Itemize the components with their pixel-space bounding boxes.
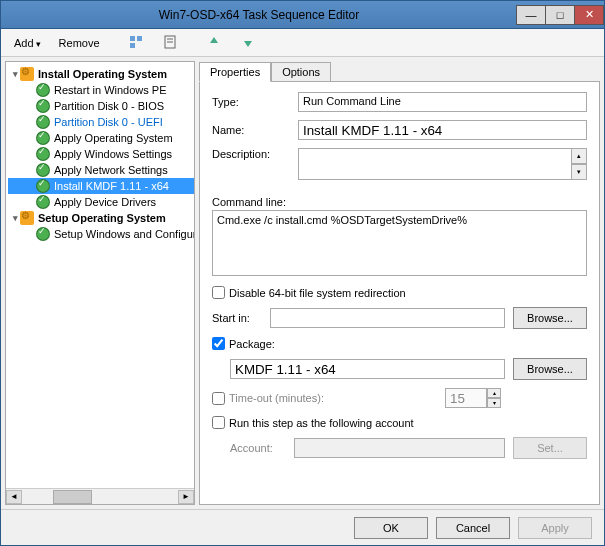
check-icon bbox=[36, 163, 50, 177]
tree-item[interactable]: Setup Windows and Configuration bbox=[8, 226, 194, 242]
group-icon bbox=[20, 211, 34, 225]
commandline-input[interactable]: Cmd.exe /c install.cmd %OSDTargetSystemD… bbox=[212, 210, 587, 276]
move-up-icon[interactable] bbox=[199, 31, 229, 55]
stepper-down-icon[interactable]: ▾ bbox=[487, 398, 501, 408]
scroll-up-icon[interactable]: ▴ bbox=[571, 148, 587, 164]
tree-item[interactable]: Restart in Windows PE bbox=[8, 82, 194, 98]
maximize-button[interactable]: □ bbox=[545, 5, 575, 25]
account-input bbox=[294, 438, 505, 458]
tree-item[interactable]: Partition Disk 0 - BIOS bbox=[8, 98, 194, 114]
tree-item[interactable]: Partition Disk 0 - UEFI bbox=[8, 114, 194, 130]
scroll-left-icon[interactable]: ◄ bbox=[6, 490, 22, 504]
check-icon bbox=[36, 131, 50, 145]
check-icon bbox=[36, 115, 50, 129]
timeout-input bbox=[445, 388, 487, 408]
toolbar: Add▾ Remove bbox=[1, 29, 604, 57]
tree-item[interactable]: Apply Device Drivers bbox=[8, 194, 194, 210]
check-icon bbox=[36, 179, 50, 193]
apply-button: Apply bbox=[518, 517, 592, 539]
package-input[interactable] bbox=[230, 359, 505, 379]
close-button[interactable]: ✕ bbox=[574, 5, 604, 25]
runas-checkbox[interactable] bbox=[212, 416, 225, 429]
tree-item[interactable]: Apply Windows Settings bbox=[8, 146, 194, 162]
account-label: Account: bbox=[230, 442, 286, 454]
name-label: Name: bbox=[212, 124, 290, 136]
scroll-down-icon[interactable]: ▾ bbox=[571, 164, 587, 180]
tree-item[interactable]: Apply Operating System bbox=[8, 130, 194, 146]
group-icon bbox=[20, 67, 34, 81]
task-tree-pane: ▾ Install Operating System Restart in Wi… bbox=[5, 61, 195, 505]
type-field: Run Command Line bbox=[298, 92, 587, 112]
check-icon bbox=[36, 195, 50, 209]
timeout-label: Time-out (minutes): bbox=[229, 392, 324, 404]
package-browse-button[interactable]: Browse... bbox=[513, 358, 587, 380]
dialog-buttons: OK Cancel Apply bbox=[1, 509, 604, 545]
move-down-icon[interactable] bbox=[233, 31, 263, 55]
tab-properties[interactable]: Properties bbox=[199, 62, 271, 82]
svg-rect-0 bbox=[130, 36, 135, 41]
set-button: Set... bbox=[513, 437, 587, 459]
tab-options[interactable]: Options bbox=[271, 62, 331, 82]
ok-button[interactable]: OK bbox=[354, 517, 428, 539]
collapse-icon[interactable]: ▾ bbox=[10, 213, 20, 223]
timeout-checkbox[interactable] bbox=[212, 392, 225, 405]
tree-item[interactable]: Apply Network Settings bbox=[8, 162, 194, 178]
startin-input[interactable] bbox=[270, 308, 505, 328]
startin-label: Start in: bbox=[212, 312, 262, 324]
check-icon bbox=[36, 83, 50, 97]
titlebar: Win7-OSD-x64 Task Sequence Editor — □ ✕ bbox=[1, 1, 604, 29]
minimize-button[interactable]: — bbox=[516, 5, 546, 25]
task-sequence-editor-window: Win7-OSD-x64 Task Sequence Editor — □ ✕ … bbox=[0, 0, 605, 546]
add-menu[interactable]: Add▾ bbox=[7, 34, 48, 52]
commandline-label: Command line: bbox=[212, 196, 587, 208]
scroll-thumb[interactable] bbox=[53, 490, 92, 504]
name-input[interactable] bbox=[298, 120, 587, 140]
horizontal-scrollbar[interactable]: ◄ ► bbox=[6, 488, 194, 504]
task-tree[interactable]: ▾ Install Operating System Restart in Wi… bbox=[6, 62, 194, 488]
startin-browse-button[interactable]: Browse... bbox=[513, 307, 587, 329]
tree-item-selected[interactable]: Install KMDF 1.11 - x64 bbox=[8, 178, 194, 194]
timeout-stepper[interactable]: ▴▾ bbox=[445, 388, 501, 408]
svg-rect-1 bbox=[137, 36, 142, 41]
package-label: Package: bbox=[229, 338, 275, 350]
tree-group-install-os[interactable]: ▾ Install Operating System bbox=[8, 66, 194, 82]
cancel-button[interactable]: Cancel bbox=[436, 517, 510, 539]
package-checkbox[interactable] bbox=[212, 337, 225, 350]
check-icon bbox=[36, 99, 50, 113]
description-label: Description: bbox=[212, 148, 290, 160]
tree-group-setup-os[interactable]: ▾ Setup Operating System bbox=[8, 210, 194, 226]
disable-64bit-checkbox[interactable] bbox=[212, 286, 225, 299]
stepper-up-icon[interactable]: ▴ bbox=[487, 388, 501, 398]
new-group-icon[interactable] bbox=[121, 31, 151, 55]
disable-64bit-label: Disable 64-bit file system redirection bbox=[229, 287, 406, 299]
check-icon bbox=[36, 227, 50, 241]
description-input[interactable] bbox=[298, 148, 587, 180]
properties-pane: Properties Options Type: Run Command Lin… bbox=[199, 61, 600, 505]
properties-icon[interactable] bbox=[155, 31, 185, 55]
type-label: Type: bbox=[212, 96, 290, 108]
scroll-right-icon[interactable]: ► bbox=[178, 490, 194, 504]
check-icon bbox=[36, 147, 50, 161]
svg-rect-2 bbox=[130, 43, 135, 48]
window-title: Win7-OSD-x64 Task Sequence Editor bbox=[1, 8, 517, 22]
collapse-icon[interactable]: ▾ bbox=[10, 69, 20, 79]
remove-button[interactable]: Remove bbox=[52, 34, 107, 52]
runas-label: Run this step as the following account bbox=[229, 417, 414, 429]
